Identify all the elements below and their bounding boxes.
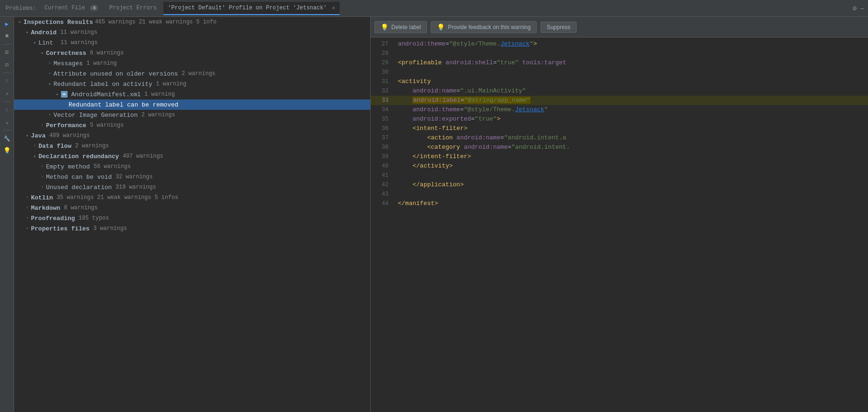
tree-properties[interactable]: Properties files 3 warnings	[14, 223, 370, 234]
tree-method-void[interactable]: Method can be void 32 warnings	[14, 172, 370, 182]
sort-desc-button[interactable]: ↓	[2, 105, 12, 115]
code-line-27: 27 android:theme="@style/Theme.Jetsnack"…	[371, 39, 868, 49]
line-num-42: 42	[371, 180, 394, 190]
messages-arrow	[46, 60, 53, 67]
line-num-33: 33	[371, 96, 394, 105]
export-button[interactable]: ↗	[2, 88, 12, 99]
bulb-button[interactable]: 💡	[2, 145, 12, 156]
line-content-40: </activity>	[394, 161, 868, 171]
line-content-37: <action android:name="android.intent.a	[394, 133, 868, 143]
tree-redundant-label-item[interactable]: Redundant label can be removed	[14, 99, 370, 110]
code-line-43: 43	[371, 190, 868, 199]
tree-root-label: Inspections Results	[23, 19, 93, 26]
tab-profile[interactable]: 'Project Default' Profile on Project 'Je…	[163, 2, 340, 15]
line-content-36: <intent-filter>	[394, 124, 868, 133]
tab-current-file[interactable]: Current File 4	[40, 2, 103, 15]
sort-button[interactable]: ↘	[2, 117, 12, 127]
code-line-38: 38 <category android:name="android.inten…	[371, 143, 868, 152]
code-line-29: 29 <profileable android:shell="true" too…	[371, 58, 868, 68]
tree-root-count: 465 warnings 21 weak warnings 5 info	[95, 19, 216, 25]
feedback-button[interactable]: 💡 Provide feedback on this warning	[431, 21, 537, 33]
kotlin-arrow	[23, 194, 31, 201]
tree-correctness[interactable]: Correctness 6 warnings	[14, 48, 370, 58]
tab-close-icon[interactable]: ✕	[332, 5, 335, 11]
tree-lint[interactable]: Lint 11 warnings	[14, 38, 370, 48]
vector-arrow	[46, 111, 53, 119]
main-content: ▶ ■ ≡ ⊡ ↑ ↗ ↓ ↘ 🔧 💡 Inspections Results …	[0, 17, 868, 412]
decl-redundancy-arrow	[31, 153, 38, 160]
left-toolbar: ▶ ■ ≡ ⊡ ↑ ↗ ↓ ↘ 🔧 💡	[0, 17, 14, 412]
code-line-33: 33 android:label="@string/app_name"	[371, 96, 868, 105]
line-content-44: </manifest>	[394, 199, 868, 208]
code-line-35: 35 android:exported="true">	[371, 114, 868, 124]
action-bar: 💡 Delete label 💡 Provide feedback on thi…	[371, 17, 868, 38]
bulb-icon-delete: 💡	[381, 23, 388, 31]
line-num-32: 32	[371, 86, 394, 96]
delete-label-button[interactable]: 💡 Delete label	[374, 21, 427, 33]
tree-markdown[interactable]: Markdown 8 warnings	[14, 203, 370, 213]
method-void-arrow	[38, 173, 46, 181]
line-num-28: 28	[371, 49, 394, 58]
tools-button[interactable]: 🔧	[2, 133, 12, 144]
toolbar-separator-3	[3, 101, 11, 102]
tree-decl-redundancy[interactable]: Declaration redundancy 407 warnings	[14, 151, 370, 161]
line-content-32: android:name=".ui.MainActivity"	[394, 86, 868, 96]
tree-messages[interactable]: Messages 1 warning	[14, 58, 370, 69]
code-line-28: 28	[371, 49, 868, 58]
tree-data-flow[interactable]: Data flow 2 warnings	[14, 141, 370, 151]
tree-root-arrow	[16, 18, 23, 26]
line-content-29: <profileable android:shell="true" tools:…	[394, 58, 868, 68]
line-content-31: <activity	[394, 77, 868, 86]
performance-arrow	[38, 122, 46, 129]
tree-proofreading[interactable]: Proofreading 185 typos	[14, 213, 370, 223]
code-line-42: 42 </application>	[371, 180, 868, 190]
tree-empty-method[interactable]: Empty method 56 warnings	[14, 161, 370, 172]
code-line-34: 34 android:theme="@style/Theme.Jetsnack"	[371, 105, 868, 114]
run-button[interactable]: ▶	[2, 19, 12, 29]
data-flow-arrow	[31, 142, 38, 150]
sort-asc-button[interactable]: ↑	[2, 76, 12, 86]
line-num-38: 38	[371, 143, 394, 152]
line-num-36: 36	[371, 124, 394, 133]
code-line-36: 36 <intent-filter>	[371, 124, 868, 133]
tree-androidmanifest[interactable]: MF AndroidManifest.xml 1 warning	[14, 89, 370, 99]
line-num-35: 35	[371, 114, 394, 124]
tree-kotlin[interactable]: Kotlin 35 warnings 21 weak warnings 5 in…	[14, 192, 370, 203]
java-arrow	[23, 132, 31, 139]
filter-button[interactable]: ≡	[2, 47, 12, 58]
settings-button[interactable]: ⊡	[2, 60, 12, 70]
properties-arrow	[23, 225, 31, 232]
minimize-icon[interactable]: —	[860, 5, 864, 12]
line-num-40: 40	[371, 161, 394, 171]
line-content-42: </application>	[394, 180, 868, 190]
line-num-44: 44	[371, 199, 394, 208]
correctness-arrow	[38, 49, 46, 57]
code-line-37: 37 <action android:name="android.intent.…	[371, 133, 868, 143]
proofreading-arrow	[23, 214, 31, 222]
line-num-37: 37	[371, 133, 394, 143]
markdown-arrow	[23, 204, 31, 212]
tree-android[interactable]: Android 11 warnings	[14, 27, 370, 38]
code-line-44: 44 </manifest>	[371, 199, 868, 208]
line-num-43: 43	[371, 190, 394, 199]
tree-vector-image[interactable]: Vector Image Generation 2 warnings	[14, 110, 370, 120]
tree-panel: Inspections Results 465 warnings 21 weak…	[14, 17, 371, 412]
lint-arrow	[31, 39, 38, 46]
stop-button[interactable]: ■	[2, 31, 12, 41]
bulb-icon-feedback: 💡	[437, 23, 445, 31]
code-line-39: 39 </intent-filter>	[371, 152, 868, 161]
android-arrow	[23, 29, 31, 36]
tree-redundant-label[interactable]: Redundant label on activity 1 warning	[14, 79, 370, 89]
androidmanifest-arrow	[53, 91, 61, 98]
suppress-button[interactable]: Suppress	[541, 22, 577, 33]
empty-method-arrow	[38, 163, 46, 170]
tab-project-errors[interactable]: Project Errors	[105, 2, 161, 15]
tree-attribute-unused[interactable]: Attribute unused on older versions 2 war…	[14, 69, 370, 79]
toolbar-separator-2	[3, 73, 11, 73]
gear-icon[interactable]: ⚙	[853, 4, 856, 12]
tree-java[interactable]: Java 409 warnings	[14, 130, 370, 141]
tree-root[interactable]: Inspections Results 465 warnings 21 weak…	[14, 17, 370, 27]
tree-unused-decl[interactable]: Unused declaration 319 warnings	[14, 182, 370, 192]
tree-performance[interactable]: Performance 5 warnings	[14, 120, 370, 130]
toolbar-separator-1	[3, 44, 11, 45]
